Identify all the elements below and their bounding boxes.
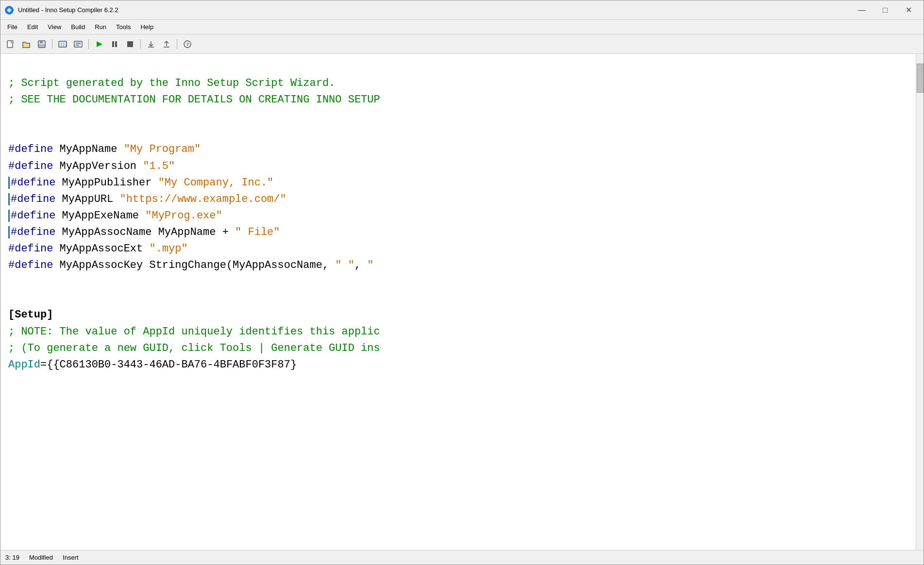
title-bar: Untitled - Inno Setup Compiler 6.2.2 — □… [0,0,924,20]
menu-run[interactable]: Run [90,21,111,33]
toolbar-sep-4 [177,39,177,49]
define-line-6: #define MyAppAssocName MyAppName + " Fil… [8,226,280,238]
app-icon [4,5,14,15]
menu-view[interactable]: View [43,21,66,33]
compile-button[interactable]: ||| [55,37,70,51]
blank-line-2 [8,292,15,304]
close-button[interactable]: ✕ [897,3,920,17]
svg-rect-13 [115,41,117,47]
toolbar-sep-1 [52,39,52,49]
main-window: Untitled - Inno Setup Compiler 6.2.2 — □… [0,0,924,565]
toolbar: ||| [0,34,924,54]
comment-line-4: ; (To generate a new GUID, click Tools |… [8,342,380,354]
maximize-button[interactable]: □ [874,3,896,17]
window-controls: — □ ✕ [851,3,920,17]
menu-help[interactable]: Help [135,21,158,33]
define-line-2: #define MyAppVersion "1.5" [8,160,175,172]
section-setup: [Setup] [8,309,53,321]
upload-button[interactable] [159,37,174,51]
define-line-5: #define MyAppExeName "MyProg.exe" [8,210,222,222]
open-button[interactable] [19,37,34,51]
blank-line-1 [8,127,15,139]
status-bar: 3: 19 Modified Insert [0,550,924,565]
svg-marker-11 [97,41,102,47]
toolbar-sep-2 [88,39,89,49]
new-button[interactable] [3,37,18,51]
menu-edit[interactable]: Edit [22,21,43,33]
svg-rect-2 [11,41,13,43]
svg-rect-12 [112,41,114,47]
install-button[interactable] [144,37,158,51]
menu-tools[interactable]: Tools [111,21,135,33]
editor-container: ; Script generated by the Inno Setup Scr… [0,54,924,550]
toolbar-sep-3 [140,39,141,49]
define-line-3: #define MyAppPublisher "My Company, Inc.… [8,177,273,189]
define-line-8: #define MyAppAssocKey StringChange(MyApp… [8,259,374,271]
save-button[interactable] [34,37,49,51]
code-editor[interactable]: ; Script generated by the Inno Setup Scr… [0,54,916,550]
define-line-7: #define MyAppAssocExt ".myp" [8,243,188,255]
define-line-1: #define MyAppName "My Program" [8,143,201,155]
window-title: Untitled - Inno Setup Compiler 6.2.2 [18,6,851,14]
svg-rect-14 [127,41,133,47]
menu-file[interactable]: File [2,21,22,33]
scrollbar-thumb[interactable] [917,64,924,93]
pause-button[interactable] [107,37,122,51]
comment-line-1: ; Script generated by the Inno Setup Scr… [8,77,335,89]
minimize-button[interactable]: — [851,3,873,17]
comment-line-2: ; SEE THE DOCUMENTATION FOR DETAILS ON C… [8,94,380,106]
vertical-scrollbar[interactable] [916,54,924,550]
stop-compile-button[interactable] [71,37,85,51]
stop-button[interactable] [123,37,137,51]
svg-rect-8 [74,41,82,47]
svg-rect-5 [39,44,45,47]
appid-line: AppId={{C86130B0-3443-46AD-BA76-4BFABF0F… [8,359,297,371]
cursor-position: 3: 19 [5,554,19,561]
run-button[interactable] [92,37,106,51]
insert-mode: Insert [63,554,79,561]
modified-status: Modified [29,554,53,561]
svg-rect-4 [40,41,43,43]
svg-text:?: ? [186,41,189,47]
help-button[interactable]: ? [180,37,195,51]
comment-line-3: ; NOTE: The value of AppId uniquely iden… [8,326,380,338]
menu-build[interactable]: Build [66,21,90,33]
define-line-4: #define MyAppURL "https://www.example.co… [8,193,286,205]
svg-text:|||: ||| [60,43,67,47]
menu-bar: File Edit View Build Run Tools Help [0,20,924,34]
